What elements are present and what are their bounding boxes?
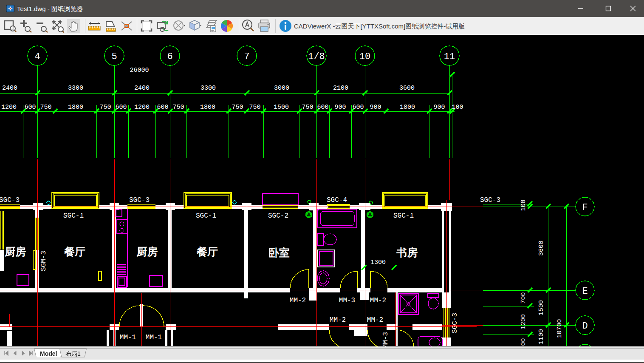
room-label: 卧室 bbox=[268, 247, 290, 259]
tab-layout1[interactable]: 布局1 bbox=[59, 349, 87, 359]
zoom-extents-icon[interactable] bbox=[51, 19, 65, 33]
component-code-label: SGC-2 bbox=[268, 212, 288, 220]
toolbar-separator bbox=[239, 19, 239, 33]
tabbar-divider bbox=[0, 348, 644, 349]
dim-detail: 750 bbox=[232, 104, 243, 111]
next-tab-nav-icon[interactable] bbox=[20, 349, 27, 357]
component-code-label: MM-3 bbox=[339, 297, 355, 304]
component-code-label: SGC-3 bbox=[129, 196, 150, 204]
layout-tab-bar: Model 布局1 bbox=[0, 346, 644, 360]
grid-axis-label: 7 bbox=[244, 51, 249, 62]
dim-detail: 1800 bbox=[68, 104, 83, 111]
dim-detail: 750 bbox=[99, 104, 111, 111]
title-bar: Test1.dwg - 图纸浏览器 bbox=[0, 0, 644, 17]
license-info-text: CADViewerX -云图天下[YTTXSoft.com]图纸浏览控件-试用版 bbox=[294, 17, 465, 35]
info-icon[interactable] bbox=[279, 19, 292, 33]
dim-right: 1500 bbox=[538, 300, 545, 315]
dim-detail: 100 bbox=[452, 104, 463, 111]
dim-axis: 2100 bbox=[333, 85, 348, 92]
window-title: Test1.dwg - 图纸浏览器 bbox=[17, 0, 83, 17]
maximize-button[interactable] bbox=[599, 0, 618, 17]
grid-axis-label: D bbox=[582, 321, 588, 332]
dim-axis: 3000 bbox=[274, 85, 289, 92]
dim-detail: 750 bbox=[302, 104, 313, 111]
dim-detail: 600 bbox=[352, 104, 364, 111]
close-button[interactable] bbox=[623, 0, 643, 17]
colors-icon[interactable] bbox=[220, 19, 234, 33]
dim-axis: 2400 bbox=[134, 85, 150, 92]
component-code-label: MM-3 bbox=[382, 332, 390, 346]
dim-detail: 600 bbox=[157, 104, 168, 111]
grid-axis-label: 1/8 bbox=[308, 51, 325, 62]
room-label: 书房 bbox=[396, 247, 418, 259]
layers-icon[interactable] bbox=[205, 19, 218, 33]
prev-tab-nav-icon[interactable] bbox=[11, 349, 19, 357]
cad-canvas[interactable]: 45671/8101126000240033002400330030002100… bbox=[0, 35, 644, 346]
dim-axis: 3600 bbox=[399, 85, 415, 92]
view-disable-icon[interactable] bbox=[172, 19, 186, 33]
component-code-label: MM-2 bbox=[330, 316, 346, 324]
dim-detail: 750 bbox=[172, 104, 184, 111]
first-tab-nav-icon[interactable] bbox=[3, 349, 10, 357]
toolbar-separator bbox=[137, 19, 137, 33]
dim-right: 10700 bbox=[556, 319, 563, 338]
app-window: Test1.dwg - 图纸浏览器 bbox=[0, 0, 644, 363]
room-label: 厨房 bbox=[4, 246, 26, 258]
component-code-label: SGC-3 bbox=[0, 196, 20, 204]
grid-axis-label: 5 bbox=[111, 51, 117, 62]
dim-inline: 1300 bbox=[370, 259, 386, 266]
component-code-label: MM-2 bbox=[367, 316, 383, 324]
grid-axis-label: F bbox=[582, 202, 588, 213]
dim-right: 700 bbox=[520, 338, 527, 346]
print-icon[interactable] bbox=[257, 19, 271, 33]
component-code-label: SGC-4 bbox=[327, 196, 347, 204]
grid-axis-label: E bbox=[582, 286, 588, 297]
dim-axis: 3300 bbox=[68, 85, 83, 92]
dim-detail: 600 bbox=[115, 104, 127, 111]
tab-model[interactable]: Model bbox=[34, 349, 63, 359]
zoom-out-icon[interactable] bbox=[36, 19, 49, 33]
dim-right: 3600 bbox=[538, 241, 545, 256]
dim-detail: 900 bbox=[433, 104, 445, 111]
component-code-label: MM-1 bbox=[120, 334, 136, 341]
dim-detail: 600 bbox=[24, 104, 36, 111]
dim-axis: 3300 bbox=[201, 85, 216, 92]
component-code-label: MM-2 bbox=[290, 297, 306, 304]
component-code-label: SGC-3 bbox=[451, 313, 459, 333]
dim-detail: 1800 bbox=[400, 104, 415, 111]
rotate-view-icon[interactable] bbox=[156, 19, 170, 33]
dim-detail: 1200 bbox=[134, 104, 150, 111]
grid-axis-label: 6 bbox=[167, 51, 172, 62]
measure-area-icon[interactable] bbox=[104, 19, 117, 33]
component-code-label: SGC-1 bbox=[393, 212, 414, 220]
grid-axis-label: 10 bbox=[359, 51, 370, 62]
select-frame-icon[interactable] bbox=[140, 19, 153, 33]
dim-detail: 750 bbox=[40, 104, 51, 111]
dim-detail: 1800 bbox=[200, 104, 215, 111]
zoom-in-icon[interactable] bbox=[20, 19, 33, 33]
view-3d-icon[interactable] bbox=[189, 19, 202, 33]
minimize-button[interactable] bbox=[571, 0, 590, 17]
room-label: 厨房 bbox=[136, 246, 158, 258]
component-code-label: MM-1 bbox=[146, 334, 162, 341]
dim-right: 700 bbox=[520, 292, 527, 303]
zoom-window-icon[interactable] bbox=[3, 19, 17, 33]
measure-distance-icon[interactable] bbox=[88, 19, 101, 33]
dim-right: 1100 bbox=[538, 329, 545, 344]
dim-detail: 1200 bbox=[1, 104, 17, 111]
dim-overall: 26000 bbox=[130, 67, 149, 74]
room-label: 餐厅 bbox=[196, 246, 218, 258]
dim-right: 1200 bbox=[520, 314, 527, 329]
dim-detail: 900 bbox=[370, 104, 381, 111]
dim-right: 100 bbox=[520, 199, 527, 211]
toolbar-separator bbox=[85, 19, 85, 33]
dim-detail: 750 bbox=[249, 104, 260, 111]
dim-detail: 900 bbox=[334, 104, 346, 111]
dim-detail: 1500 bbox=[274, 104, 289, 111]
component-code-label: SGC-1 bbox=[196, 212, 216, 220]
grid-axis-label: 11 bbox=[444, 51, 455, 62]
pan-icon[interactable] bbox=[67, 19, 80, 33]
snap-node-icon[interactable] bbox=[120, 19, 133, 33]
find-text-icon[interactable] bbox=[241, 19, 255, 33]
dim-axis: 2400 bbox=[2, 85, 17, 92]
